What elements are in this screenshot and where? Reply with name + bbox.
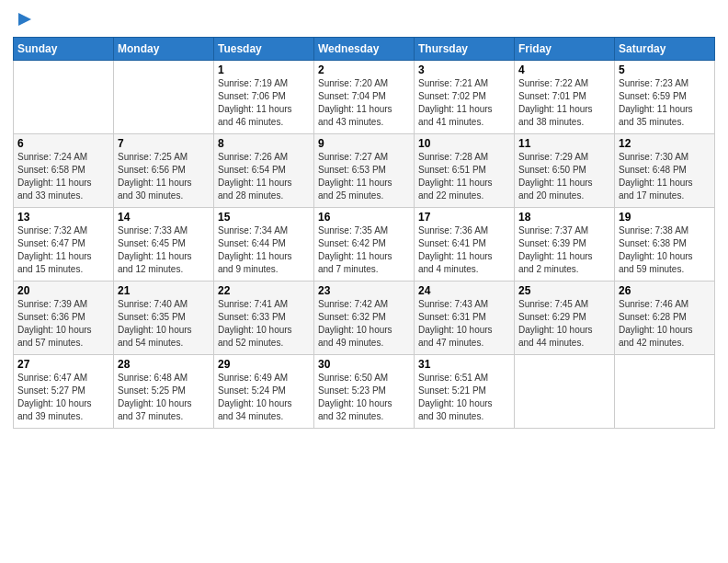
day-of-week-header: Wednesday [314,38,415,61]
day-info: Sunrise: 6:51 AM Sunset: 5:21 PM Dayligh… [418,372,510,423]
calendar-day-cell: 11Sunrise: 7:29 AM Sunset: 6:50 PM Dayli… [515,134,615,208]
day-info: Sunrise: 6:49 AM Sunset: 5:24 PM Dayligh… [218,372,310,423]
calendar-week-row: 27Sunrise: 6:47 AM Sunset: 5:27 PM Dayli… [14,355,715,429]
day-number: 23 [318,284,410,297]
day-number: 18 [518,211,610,224]
day-of-week-header: Friday [515,38,615,61]
day-number: 7 [118,137,210,150]
calendar-day-cell: 4Sunrise: 7:22 AM Sunset: 7:01 PM Daylig… [515,61,615,134]
day-info: Sunrise: 7:19 AM Sunset: 7:06 PM Dayligh… [218,77,310,129]
calendar-day-cell: 7Sunrise: 7:25 AM Sunset: 6:56 PM Daylig… [114,134,214,208]
day-number: 16 [318,211,410,224]
page: SundayMondayTuesdayWednesdayThursdayFrid… [0,0,728,563]
day-info: Sunrise: 7:29 AM Sunset: 6:50 PM Dayligh… [518,151,610,202]
calendar-day-cell: 14Sunrise: 7:33 AM Sunset: 6:45 PM Dayli… [114,208,214,282]
calendar-day-cell: 16Sunrise: 7:35 AM Sunset: 6:42 PM Dayli… [314,208,415,282]
logo [13,9,35,29]
day-number: 21 [118,284,210,297]
day-info: Sunrise: 7:23 AM Sunset: 6:59 PM Dayligh… [619,77,711,129]
day-info: Sunrise: 6:48 AM Sunset: 5:25 PM Dayligh… [118,372,210,423]
day-info: Sunrise: 7:37 AM Sunset: 6:39 PM Dayligh… [518,224,610,276]
calendar-day-cell: 29Sunrise: 6:49 AM Sunset: 5:24 PM Dayli… [214,355,314,429]
days-header-row: SundayMondayTuesdayWednesdayThursdayFrid… [14,38,715,61]
calendar-day-cell: 13Sunrise: 7:32 AM Sunset: 6:47 PM Dayli… [14,208,114,282]
day-info: Sunrise: 7:28 AM Sunset: 6:51 PM Dayligh… [418,151,510,202]
calendar-day-cell: 22Sunrise: 7:41 AM Sunset: 6:33 PM Dayli… [214,282,314,355]
calendar-week-row: 6Sunrise: 7:24 AM Sunset: 6:58 PM Daylig… [14,134,715,208]
calendar-day-cell: 19Sunrise: 7:38 AM Sunset: 6:38 PM Dayli… [615,208,715,282]
day-number: 14 [118,211,210,224]
calendar-day-cell: 30Sunrise: 6:50 AM Sunset: 5:23 PM Dayli… [314,355,415,429]
calendar-day-cell: 5Sunrise: 7:23 AM Sunset: 6:59 PM Daylig… [615,61,715,134]
calendar-week-row: 1Sunrise: 7:19 AM Sunset: 7:06 PM Daylig… [14,61,715,134]
day-info: Sunrise: 7:24 AM Sunset: 6:58 PM Dayligh… [17,151,109,202]
day-info: Sunrise: 7:40 AM Sunset: 6:35 PM Dayligh… [118,298,210,350]
day-number: 1 [218,63,310,76]
day-info: Sunrise: 7:20 AM Sunset: 7:04 PM Dayligh… [318,77,410,129]
svg-marker-0 [18,13,31,26]
day-info: Sunrise: 6:50 AM Sunset: 5:23 PM Dayligh… [318,372,410,423]
calendar-week-row: 20Sunrise: 7:39 AM Sunset: 6:36 PM Dayli… [14,282,715,355]
day-info: Sunrise: 7:45 AM Sunset: 6:29 PM Dayligh… [518,298,610,350]
day-of-week-header: Sunday [14,38,114,61]
day-number: 20 [17,284,109,297]
day-number: 13 [17,211,109,224]
header [13,9,715,29]
calendar-day-cell: 26Sunrise: 7:46 AM Sunset: 6:28 PM Dayli… [615,282,715,355]
day-number: 3 [418,63,510,76]
day-number: 22 [218,284,310,297]
calendar-table: SundayMondayTuesdayWednesdayThursdayFrid… [13,37,715,429]
day-info: Sunrise: 7:25 AM Sunset: 6:56 PM Dayligh… [118,151,210,202]
calendar-day-cell: 12Sunrise: 7:30 AM Sunset: 6:48 PM Dayli… [615,134,715,208]
day-info: Sunrise: 7:26 AM Sunset: 6:54 PM Dayligh… [218,151,310,202]
day-number: 27 [17,358,109,371]
day-number: 25 [518,284,610,297]
day-of-week-header: Tuesday [214,38,314,61]
day-number: 4 [518,63,610,76]
calendar-day-cell: 10Sunrise: 7:28 AM Sunset: 6:51 PM Dayli… [415,134,515,208]
day-number: 24 [418,284,510,297]
day-number: 10 [418,137,510,150]
day-info: Sunrise: 7:33 AM Sunset: 6:45 PM Dayligh… [118,224,210,276]
calendar-day-cell: 3Sunrise: 7:21 AM Sunset: 7:02 PM Daylig… [415,61,515,134]
calendar-day-cell: 18Sunrise: 7:37 AM Sunset: 6:39 PM Dayli… [515,208,615,282]
day-number: 26 [619,284,711,297]
day-number: 8 [218,137,310,150]
calendar-day-cell [114,61,214,134]
calendar-day-cell: 8Sunrise: 7:26 AM Sunset: 6:54 PM Daylig… [214,134,314,208]
day-info: Sunrise: 7:35 AM Sunset: 6:42 PM Dayligh… [318,224,410,276]
calendar-day-cell: 9Sunrise: 7:27 AM Sunset: 6:53 PM Daylig… [314,134,415,208]
day-info: Sunrise: 7:22 AM Sunset: 7:01 PM Dayligh… [518,77,610,129]
day-number: 5 [619,63,711,76]
logo-arrow-icon [15,9,35,29]
day-info: Sunrise: 7:43 AM Sunset: 6:31 PM Dayligh… [418,298,510,350]
day-number: 12 [619,137,711,150]
day-number: 28 [118,358,210,371]
day-number: 29 [218,358,310,371]
calendar-day-cell: 31Sunrise: 6:51 AM Sunset: 5:21 PM Dayli… [415,355,515,429]
calendar-day-cell: 17Sunrise: 7:36 AM Sunset: 6:41 PM Dayli… [415,208,515,282]
calendar-day-cell [615,355,715,429]
day-number: 19 [619,211,711,224]
calendar-day-cell: 21Sunrise: 7:40 AM Sunset: 6:35 PM Dayli… [114,282,214,355]
day-of-week-header: Monday [114,38,214,61]
day-number: 11 [518,137,610,150]
day-info: Sunrise: 7:32 AM Sunset: 6:47 PM Dayligh… [17,224,109,276]
day-number: 9 [318,137,410,150]
calendar-day-cell: 24Sunrise: 7:43 AM Sunset: 6:31 PM Dayli… [415,282,515,355]
day-info: Sunrise: 7:46 AM Sunset: 6:28 PM Dayligh… [619,298,711,350]
day-info: Sunrise: 7:41 AM Sunset: 6:33 PM Dayligh… [218,298,310,350]
day-info: Sunrise: 7:38 AM Sunset: 6:38 PM Dayligh… [619,224,711,276]
day-number: 17 [418,211,510,224]
day-number: 6 [17,137,109,150]
calendar-day-cell: 1Sunrise: 7:19 AM Sunset: 7:06 PM Daylig… [214,61,314,134]
calendar-day-cell: 23Sunrise: 7:42 AM Sunset: 6:32 PM Dayli… [314,282,415,355]
day-info: Sunrise: 7:39 AM Sunset: 6:36 PM Dayligh… [17,298,109,350]
day-info: Sunrise: 7:27 AM Sunset: 6:53 PM Dayligh… [318,151,410,202]
day-of-week-header: Saturday [615,38,715,61]
day-info: Sunrise: 7:34 AM Sunset: 6:44 PM Dayligh… [218,224,310,276]
day-info: Sunrise: 7:30 AM Sunset: 6:48 PM Dayligh… [619,151,711,202]
day-info: Sunrise: 7:36 AM Sunset: 6:41 PM Dayligh… [418,224,510,276]
calendar-day-cell: 20Sunrise: 7:39 AM Sunset: 6:36 PM Dayli… [14,282,114,355]
calendar-day-cell: 25Sunrise: 7:45 AM Sunset: 6:29 PM Dayli… [515,282,615,355]
